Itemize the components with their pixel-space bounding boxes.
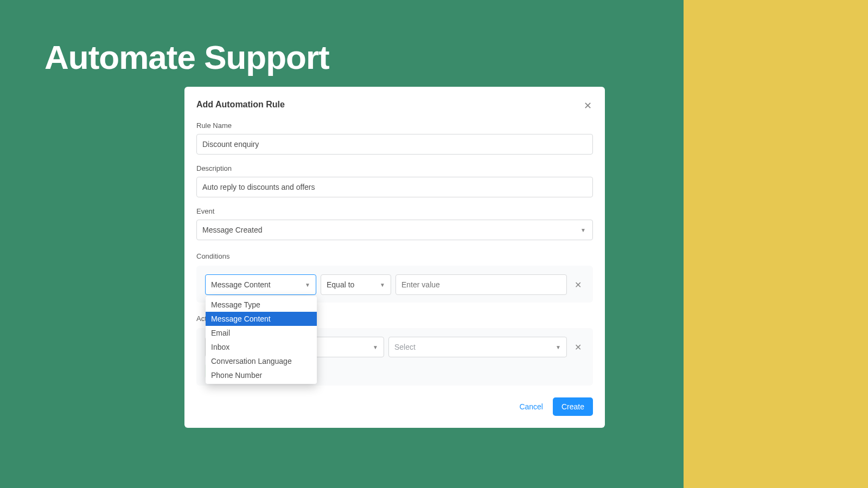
dropdown-option-conversation-language[interactable]: Conversation Language (206, 354, 317, 368)
description-input[interactable] (196, 177, 593, 197)
dropdown-option-inbox[interactable]: Inbox (206, 340, 317, 354)
conditions-label: Conditions (196, 252, 593, 260)
remove-action-icon[interactable]: ✕ (571, 341, 584, 354)
chevron-down-icon: ▼ (373, 344, 378, 350)
condition-field-select[interactable]: Message Content ▼ Message Type Message C… (205, 274, 316, 295)
page-title: Automate Support (44, 38, 329, 76)
condition-field-dropdown: Message Type Message Content Email Inbox… (206, 296, 317, 384)
modal-footer: Cancel Create (196, 397, 593, 416)
description-label: Description (196, 164, 593, 172)
chevron-down-icon: ▼ (556, 344, 561, 350)
rule-name-label: Rule Name (196, 121, 593, 130)
modal-header: Add Automation Rule ✕ (196, 100, 593, 112)
create-button[interactable]: Create (553, 397, 593, 416)
event-select[interactable]: Message Created ▼ (196, 220, 593, 240)
condition-field-value: Message Content (211, 280, 271, 289)
modal-title: Add Automation Rule (196, 100, 285, 110)
chevron-down-icon: ▼ (305, 282, 310, 288)
conditions-pane: Message Content ▼ Message Type Message C… (196, 266, 593, 303)
action-value-placeholder: Select (394, 343, 416, 351)
condition-row: Message Content ▼ Message Type Message C… (205, 274, 584, 295)
rule-name-input[interactable] (196, 134, 593, 155)
chevron-down-icon: ▼ (380, 282, 385, 288)
event-select-value: Message Created (202, 226, 263, 234)
event-label: Event (196, 207, 593, 215)
dropdown-option-message-type[interactable]: Message Type (206, 298, 317, 312)
chevron-down-icon: ▼ (580, 227, 586, 233)
action-value-select[interactable]: Select ▼ (388, 337, 567, 357)
decorative-stripe (684, 0, 868, 488)
condition-value-input[interactable] (395, 274, 567, 295)
rule-name-field: Rule Name (196, 121, 593, 155)
close-icon[interactable]: ✕ (583, 100, 593, 112)
cancel-button[interactable]: Cancel (517, 398, 545, 415)
dropdown-option-email[interactable]: Email (206, 326, 317, 340)
dropdown-option-phone-number[interactable]: Phone Number (206, 368, 317, 382)
event-field: Event Message Created ▼ (196, 207, 593, 240)
condition-operator-value: Equal to (327, 280, 354, 289)
automation-rule-modal: Add Automation Rule ✕ Rule Name Descript… (184, 87, 605, 428)
description-field: Description (196, 164, 593, 197)
remove-condition-icon[interactable]: ✕ (571, 278, 584, 291)
dropdown-option-message-content[interactable]: Message Content (206, 312, 317, 326)
condition-operator-select[interactable]: Equal to ▼ (321, 274, 391, 295)
